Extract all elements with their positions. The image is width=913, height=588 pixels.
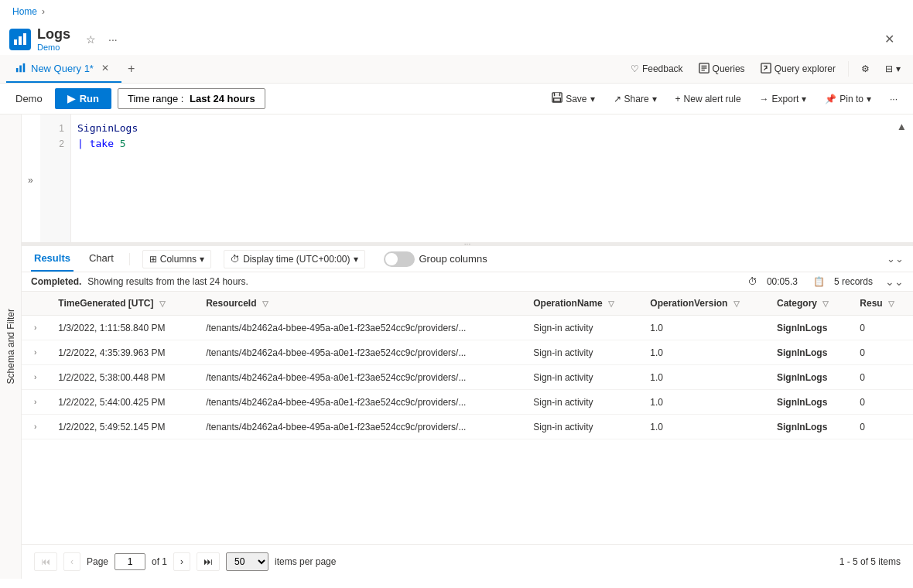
export-label: Export — [772, 94, 799, 104]
cell-time-generated: 1/2/2022, 5:49:52.145 PM — [49, 415, 197, 439]
kql-table-name: SigninLogs — [77, 122, 138, 134]
expand-row-button[interactable]: › — [31, 322, 39, 333]
items-per-page-select[interactable]: 50 100 200 — [226, 552, 268, 571]
sidebar-collapse-button[interactable]: » — [28, 175, 33, 186]
queries-button[interactable]: Queries — [692, 60, 751, 79]
col-time-generated[interactable]: TimeGenerated [UTC] ▽ — [49, 292, 197, 316]
app-icon — [9, 29, 31, 50]
columns-grid-icon: ⊞ — [149, 254, 157, 265]
editor-resize-handle[interactable]: ··· — [22, 242, 913, 245]
query-explorer-label: Query explorer — [775, 63, 836, 74]
line-number-1: 1 — [40, 121, 70, 136]
table-row: › 1/2/2022, 5:38:00.448 PM /tenants/4b24… — [22, 365, 913, 390]
line-number-2: 2 — [40, 136, 70, 152]
save-icon — [552, 92, 563, 105]
expand-row-button[interactable]: › — [31, 421, 39, 432]
time-range-text: Time range : Last 24 hours — [128, 93, 255, 104]
page-prev-button[interactable]: ‹ — [63, 552, 80, 571]
toolbar-more-button[interactable]: ··· — [884, 90, 904, 108]
columns-chevron: ▾ — [200, 254, 204, 265]
new-alert-button[interactable]: + New alert rule — [669, 90, 747, 108]
cell-category: SignInLogs — [768, 365, 850, 390]
results-tab-results[interactable]: Results — [31, 246, 74, 272]
editor-line-1: SigninLogs — [77, 121, 907, 136]
app-header: Logs Demo ☆ ··· ✕ — [0, 23, 913, 55]
breadcrumb-home[interactable]: Home — [12, 6, 37, 17]
side-panel-label: Schema and Filter — [5, 309, 16, 384]
expand-row-button[interactable]: › — [31, 396, 39, 408]
kql-pipe: | — [77, 138, 90, 149]
header-actions: ☆ ··· — [83, 30, 121, 49]
query-duration: 00:05.3 — [767, 276, 798, 287]
export-chevron: ▾ — [802, 94, 806, 104]
kql-take-keyword: take — [90, 138, 120, 149]
run-button[interactable]: ▶ Run — [55, 88, 111, 109]
tab-new-query[interactable]: New Query 1* ✕ — [6, 55, 121, 83]
col-operation-name[interactable]: OperationName ▽ — [524, 292, 641, 316]
cell-operation-version: 1.0 — [641, 365, 768, 390]
cell-operation-version: 1.0 — [641, 340, 768, 365]
col-operation-version[interactable]: OperationVersion ▽ — [641, 292, 768, 316]
cell-category: SignInLogs — [768, 316, 850, 340]
share-button[interactable]: ↗ Share ▾ — [607, 90, 663, 108]
columns-button[interactable]: ⊞ Columns ▾ — [142, 250, 211, 268]
close-button[interactable]: ✕ — [878, 29, 901, 50]
cell-operation-name: Sign-in activity — [524, 415, 641, 439]
results-more-button[interactable]: ⌄⌄ — [885, 275, 904, 288]
expand-cell: › — [22, 316, 49, 340]
save-chevron: ▾ — [590, 94, 595, 104]
svg-rect-4 — [19, 66, 22, 73]
col-result[interactable]: Resu ▽ — [850, 292, 913, 316]
expand-row-button[interactable]: › — [31, 347, 39, 358]
toggle-switch[interactable] — [384, 251, 415, 267]
col-resource-id[interactable]: ResourceId ▽ — [197, 292, 524, 316]
status-detail: Showing results from the last 24 hours. — [87, 276, 248, 287]
alert-icon: + — [675, 94, 681, 104]
side-panel[interactable]: Schema and Filter — [0, 115, 22, 579]
status-completed: Completed. — [31, 276, 81, 287]
group-columns-toggle-group: Group columns — [384, 251, 487, 267]
page-last-button[interactable]: ⏭ — [197, 552, 220, 571]
header-more-button[interactable]: ··· — [105, 30, 121, 49]
query-explorer-button[interactable]: Query explorer — [754, 60, 842, 79]
cell-resource-id: /tenants/4b2462a4-bbee-495a-a0e1-f23ae52… — [197, 415, 524, 439]
main-layout: Schema and Filter » 1 2 SigninLogs | tak… — [0, 115, 913, 579]
pinto-button[interactable]: 📌 Pin to ▾ — [819, 90, 877, 108]
results-tab-chart[interactable]: Chart — [86, 246, 117, 272]
queries-icon — [699, 63, 710, 76]
group-columns-label: Group columns — [419, 253, 487, 265]
tab-close-button[interactable]: ✕ — [98, 61, 112, 75]
cell-operation-name: Sign-in activity — [524, 365, 641, 390]
save-button[interactable]: Save ▾ — [545, 88, 600, 109]
kql-number: 5 — [120, 138, 126, 149]
editor-collapse-button[interactable]: ▲ — [897, 121, 907, 132]
settings-button[interactable]: ⚙ — [855, 60, 876, 77]
feedback-button[interactable]: ♡ Feedback — [624, 60, 689, 77]
expand-cell: › — [22, 365, 49, 390]
page-next-button[interactable]: › — [173, 552, 190, 571]
cell-time-generated: 1/3/2022, 1:11:58.840 PM — [49, 316, 197, 340]
page-first-button[interactable]: ⏮ — [34, 552, 57, 571]
layout-button[interactable]: ⊟ ▾ — [879, 60, 907, 77]
cell-resource-id: /tenants/4b2462a4-bbee-495a-a0e1-f23ae52… — [197, 340, 524, 365]
cell-result: 0 — [850, 340, 913, 365]
favorite-button[interactable]: ☆ — [83, 30, 99, 49]
records-icon: 📋 — [813, 276, 825, 287]
expand-cell: › — [22, 390, 49, 415]
page-input[interactable] — [115, 553, 145, 570]
feedback-icon: ♡ — [631, 63, 639, 74]
share-chevron: ▾ — [652, 94, 657, 104]
pinto-label: Pin to — [839, 94, 863, 104]
expand-cell: › — [22, 340, 49, 365]
app-subtitle: Demo — [37, 43, 70, 52]
time-range-button[interactable]: Time range : Last 24 hours — [118, 88, 265, 109]
tab-label: New Query 1* — [31, 63, 94, 74]
results-expand-button[interactable]: ⌄⌄ — [887, 253, 904, 265]
display-time-button[interactable]: ⏱ Display time (UTC+00:00) ▾ — [224, 250, 364, 268]
add-tab-button[interactable]: + — [121, 59, 141, 79]
content-area: » 1 2 SigninLogs | take 5 ▲ ··· Results … — [22, 115, 913, 579]
col-category[interactable]: Category ▽ — [768, 292, 850, 316]
editor-content[interactable]: SigninLogs | take 5 — [71, 115, 913, 158]
export-button[interactable]: → Export ▾ — [754, 90, 813, 108]
expand-row-button[interactable]: › — [31, 371, 39, 383]
